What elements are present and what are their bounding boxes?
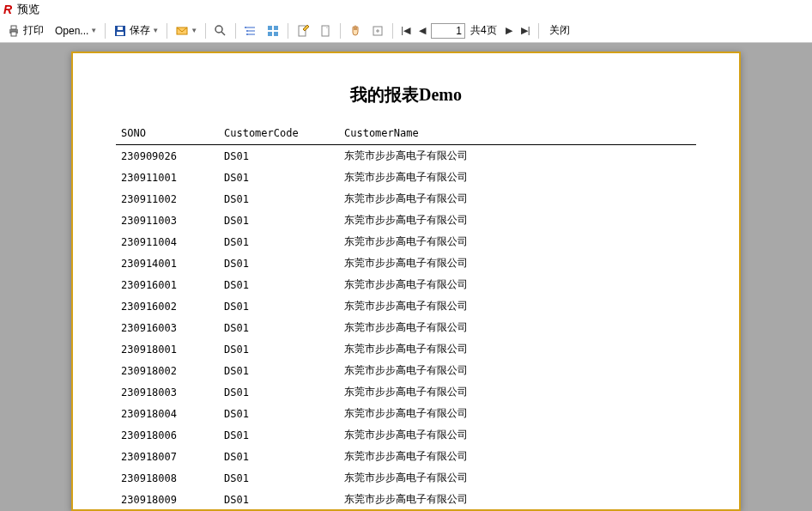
outline-button[interactable] (240, 21, 261, 41)
prev-page-icon: ◀ (419, 25, 426, 36)
table-row: 230914001DS01东莞市步步高电子有限公司 (116, 252, 696, 274)
dropdown-icon: ▼ (90, 27, 97, 34)
report-title: 我的报表Demo (116, 83, 696, 106)
cell-sono: 230911004 (116, 231, 219, 252)
window-title: 预览 (17, 2, 39, 17)
titlebar: R 预览 (0, 0, 812, 19)
dropdown-icon: ▼ (191, 27, 197, 34)
cell-sono: 230914001 (116, 252, 219, 274)
cell-customercode: DS01 (219, 338, 339, 360)
table-row: 230918009DS01东莞市步步高电子有限公司 (116, 489, 696, 510)
envelope-icon (175, 24, 189, 38)
open-label: Open... (55, 25, 88, 37)
save-button[interactable]: 保存 ▼ (110, 21, 162, 41)
cell-customercode: DS01 (219, 210, 339, 231)
cell-customername: 东莞市步步高电子有限公司 (339, 403, 696, 424)
cell-sono: 230916001 (116, 274, 219, 295)
cell-sono: 230918003 (116, 381, 219, 403)
col-header-customercode: CustomerCode (219, 124, 339, 145)
print-button[interactable]: 打印 (3, 21, 47, 41)
print-label: 打印 (23, 23, 44, 38)
cell-sono: 230916002 (116, 295, 219, 317)
report-table: SONO CustomerCode CustomerName 230909026… (116, 124, 696, 511)
next-page-button[interactable]: ▶ (502, 21, 516, 41)
separator (288, 23, 288, 39)
separator (167, 23, 167, 39)
table-row: 230916002DS01东莞市步步高电子有限公司 (116, 295, 696, 317)
find-button[interactable] (210, 21, 231, 41)
cell-customername: 东莞市步步高电子有限公司 (339, 338, 696, 360)
cell-sono: 230911002 (116, 188, 219, 210)
email-button[interactable]: ▼ (172, 21, 201, 41)
table-row: 230918003DS01东莞市步步高电子有限公司 (116, 381, 696, 403)
cell-customername: 东莞市步步高电子有限公司 (339, 446, 696, 467)
preview-workspace[interactable]: 我的报表Demo SONO CustomerCode CustomerName … (0, 43, 812, 511)
cell-sono: 230909026 (116, 145, 219, 167)
cell-sono: 230918007 (116, 446, 219, 467)
cell-customercode: DS01 (219, 446, 339, 467)
page-edit-icon (296, 24, 310, 38)
page-total-label: 共4页 (470, 23, 497, 38)
hand-tool-button[interactable] (345, 21, 366, 41)
cell-sono: 230918009 (116, 489, 219, 510)
separator (205, 23, 206, 39)
thumbnails-button[interactable] (263, 21, 283, 41)
prev-page-button[interactable]: ◀ (415, 21, 429, 41)
zoom-tool-button[interactable] (367, 21, 388, 41)
cell-customername: 东莞市步步高电子有限公司 (339, 210, 696, 231)
separator (235, 23, 236, 39)
table-row: 230918001DS01东莞市步步高电子有限公司 (116, 338, 696, 360)
cell-customercode: DS01 (219, 467, 339, 489)
cell-sono: 230918002 (116, 360, 219, 381)
col-header-sono: SONO (116, 124, 219, 145)
last-page-button[interactable]: ▶| (518, 21, 534, 41)
cell-customercode: DS01 (219, 145, 339, 167)
cell-customername: 东莞市步步高电子有限公司 (339, 424, 696, 446)
dropdown-icon: ▼ (152, 27, 159, 34)
next-page-icon: ▶ (506, 25, 512, 36)
cell-customername: 东莞市步步高电子有限公司 (339, 317, 696, 338)
toolbar: 打印 Open... ▼ 保存 ▼ ▼ (0, 19, 812, 43)
cell-customername: 东莞市步步高电子有限公司 (339, 145, 696, 167)
cell-customername: 东莞市步步高电子有限公司 (339, 381, 696, 403)
svg-rect-18 (274, 32, 278, 36)
cell-customername: 东莞市步步高电子有限公司 (339, 295, 696, 317)
open-button[interactable]: Open... ▼ (49, 21, 100, 41)
cell-customername: 东莞市步步高电子有限公司 (339, 252, 696, 274)
magnifier-icon (214, 24, 227, 38)
table-row: 230909026DS01东莞市步步高电子有限公司 (116, 145, 696, 167)
cell-customercode: DS01 (219, 252, 339, 274)
svg-rect-4 (118, 27, 123, 30)
close-button[interactable]: 关闭 (543, 21, 573, 41)
page-number-input[interactable] (431, 23, 465, 39)
separator (392, 23, 393, 39)
svg-point-12 (245, 27, 246, 28)
cell-sono: 230916003 (116, 317, 219, 338)
cell-sono: 230918001 (116, 338, 219, 360)
svg-point-7 (215, 26, 222, 33)
cell-customercode: DS01 (219, 231, 339, 252)
first-page-icon: |◀ (401, 25, 410, 36)
cell-customername: 东莞市步步高电子有限公司 (339, 489, 696, 510)
hand-icon (348, 24, 362, 38)
svg-rect-2 (11, 32, 16, 36)
cell-customername: 东莞市步步高电子有限公司 (339, 467, 696, 489)
app-logo-icon: R (3, 3, 12, 16)
svg-rect-16 (274, 26, 278, 30)
floppy-disk-icon (113, 24, 127, 38)
cell-customercode: DS01 (219, 381, 339, 403)
cell-customercode: DS01 (219, 274, 339, 295)
printer-icon (7, 24, 21, 38)
edit-page-button[interactable] (293, 21, 313, 41)
table-row: 230916003DS01东莞市步步高电子有限公司 (116, 317, 696, 338)
table-row: 230918006DS01东莞市步步高电子有限公司 (116, 424, 696, 446)
table-row: 230918007DS01东莞市步步高电子有限公司 (116, 446, 696, 467)
cell-customercode: DS01 (219, 188, 339, 210)
thumbnails-icon (266, 24, 280, 38)
svg-rect-15 (268, 26, 272, 30)
page-setup-button[interactable] (315, 21, 336, 41)
first-page-button[interactable]: |◀ (397, 21, 414, 41)
table-row: 230911003DS01东莞市步步高电子有限公司 (116, 210, 696, 231)
cell-customername: 东莞市步步高电子有限公司 (339, 188, 696, 210)
separator (105, 23, 106, 39)
